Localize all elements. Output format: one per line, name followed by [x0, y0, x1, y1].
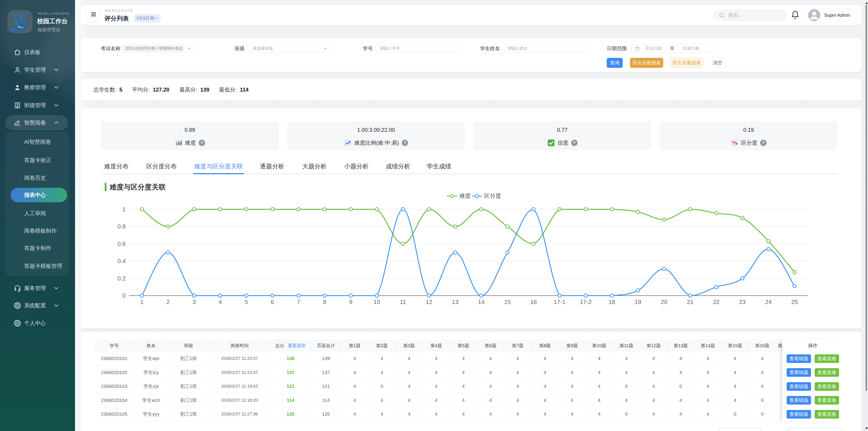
svg-text:14: 14 — [478, 299, 485, 305]
svg-text:13: 13 — [452, 299, 458, 305]
svg-text:7: 7 — [297, 299, 300, 305]
svg-text:17-2: 17-2 — [580, 299, 592, 305]
svg-text:8: 8 — [323, 299, 326, 305]
svg-text:25: 25 — [792, 299, 798, 305]
svg-text:16: 16 — [530, 299, 537, 305]
svg-text:0.2: 0.2 — [118, 275, 126, 282]
svg-text:3: 3 — [193, 299, 196, 305]
svg-text:18: 18 — [609, 299, 615, 305]
svg-text:5: 5 — [245, 299, 248, 305]
svg-text:23: 23 — [739, 299, 746, 305]
svg-text:1: 1 — [141, 299, 144, 305]
svg-text:10: 10 — [374, 299, 380, 305]
svg-text:22: 22 — [713, 299, 719, 305]
svg-text:0.8: 0.8 — [118, 223, 126, 230]
svg-text:1: 1 — [123, 206, 126, 213]
svg-text:0.4: 0.4 — [118, 258, 126, 265]
svg-text:11: 11 — [400, 299, 406, 305]
svg-text:20: 20 — [661, 299, 667, 305]
svg-text:21: 21 — [687, 299, 693, 305]
svg-text:9: 9 — [349, 299, 352, 305]
svg-text:0: 0 — [123, 292, 126, 299]
svg-text:17-1: 17-1 — [554, 299, 565, 305]
svg-text:0.6: 0.6 — [118, 241, 126, 247]
svg-text:6: 6 — [271, 299, 274, 305]
svg-text:24: 24 — [765, 299, 772, 305]
svg-text:2: 2 — [166, 299, 169, 305]
svg-text:19: 19 — [635, 299, 641, 305]
svg-text:12: 12 — [426, 299, 432, 305]
svg-text:15: 15 — [504, 299, 510, 305]
svg-text:4: 4 — [219, 299, 222, 305]
